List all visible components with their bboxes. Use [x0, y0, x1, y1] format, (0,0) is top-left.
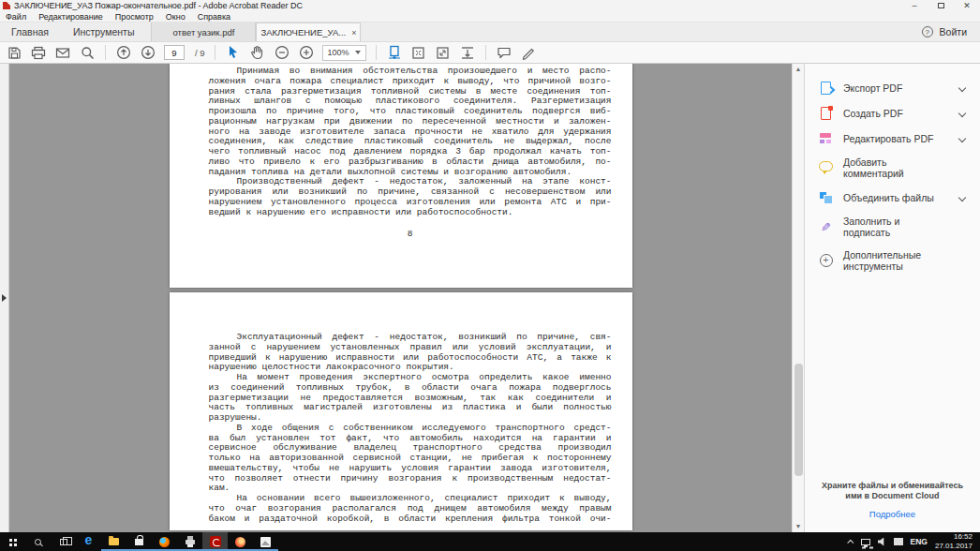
- previous-page-icon[interactable]: [115, 44, 132, 61]
- sidebar-tool-item[interactable]: Объединить файлы: [805, 185, 980, 210]
- document-text-line: что позволяет отнести причину возгорания…: [209, 474, 612, 484]
- network-icon[interactable]: [861, 539, 870, 545]
- system-tray: ENG 16:52 27.01.2017: [849, 532, 980, 551]
- tools-sidebar: Экспорт PDF Создать PDF Редактировать PD…: [804, 64, 980, 532]
- tab-tools[interactable]: Инструменты: [73, 26, 134, 37]
- chevron-down-icon: [958, 193, 966, 201]
- comment-bubble-icon[interactable]: [496, 44, 512, 61]
- navigation-pane-strip[interactable]: [0, 64, 9, 532]
- sidebar-tool-item[interactable]: Создать PDF: [805, 100, 980, 126]
- search-icon[interactable]: [79, 44, 96, 61]
- sidebar-tool-item[interactable]: Заполнить и подписать: [805, 210, 980, 244]
- scrollbar-thumb[interactable]: [794, 364, 803, 476]
- document-text-line: часть топливных магистралей изготовлены …: [209, 403, 612, 413]
- sidebar-tool-label: Объединить файлы: [843, 192, 934, 203]
- document-text-line: ведший к нарушению его исправности или р…: [209, 208, 612, 218]
- tab-home[interactable]: Главная: [11, 26, 49, 37]
- taskbar-app[interactable]: [51, 532, 76, 551]
- cloud-promo-text: Храните файлы и обменивайтесь ими в Docu…: [818, 481, 967, 502]
- sidebar-tool-item[interactable]: Экспорт PDF: [805, 75, 980, 100]
- menu-bar: ФайлРедактированиеПросмотрОкноСправка: [0, 11, 980, 22]
- full-screen-icon[interactable]: [435, 44, 452, 61]
- taskbar-app[interactable]: [76, 532, 101, 551]
- tray-date: 27.01.2017: [935, 542, 973, 550]
- highlight-pencil-icon[interactable]: [520, 44, 537, 61]
- taskbar-app[interactable]: [177, 532, 202, 551]
- document-text-line: рационным нагрузкам при движении по пере…: [209, 117, 612, 127]
- doc-tab-inactive[interactable]: ответ уазик.pdf: [151, 22, 256, 41]
- taskbar-app[interactable]: [101, 532, 126, 551]
- window-title: ЗАКЛЮЧЕНИЕ_УАЗ Пожар-окончательное.pdf -…: [14, 1, 303, 10]
- sign-in-button[interactable]: Войти: [940, 26, 967, 37]
- taskbar-app[interactable]: [126, 532, 152, 551]
- browser-globe-icon: [235, 537, 245, 547]
- menu-item[interactable]: Редактирование: [38, 12, 103, 22]
- sidebar-tool-item[interactable]: Дополнительные инструменты: [805, 244, 980, 277]
- store-icon: [135, 539, 143, 545]
- tab-close-icon[interactable]: ×: [351, 28, 356, 37]
- zoom-in-icon[interactable]: [298, 44, 315, 61]
- volume-icon[interactable]: [878, 538, 886, 546]
- menu-item[interactable]: Справка: [198, 12, 230, 22]
- taskbar-app[interactable]: [253, 532, 278, 551]
- save-icon[interactable]: [6, 44, 22, 61]
- scroll-down-icon[interactable]: ▼: [793, 522, 804, 531]
- toolbar-separator: [105, 45, 106, 60]
- doc-tab-active[interactable]: ЗАКЛЮЧЕНИЕ_УА... ×: [256, 22, 361, 41]
- chevron-down-icon: [958, 83, 966, 91]
- printer-app-icon: [186, 540, 195, 544]
- chevron-down-icon: [355, 51, 361, 54]
- clock[interactable]: 16:52 27.01.2017: [935, 532, 973, 550]
- ime-icon[interactable]: [894, 538, 903, 545]
- maximize-button[interactable]: [928, 0, 954, 11]
- scrolling-mode-icon[interactable]: [386, 44, 403, 61]
- start-button-icon: [9, 539, 12, 542]
- cloud-promo-link[interactable]: Подробнее: [818, 509, 967, 519]
- document-text-line: что очаг возгорания располагался под дни…: [209, 504, 612, 514]
- close-button[interactable]: ✕: [954, 0, 980, 11]
- select-tool-icon[interactable]: [225, 44, 242, 61]
- chevron-up-icon[interactable]: [847, 539, 854, 545]
- document-text-line: ливо что привело к его разбрызгиванию в …: [209, 157, 612, 168]
- taskbar-app[interactable]: [202, 532, 228, 551]
- fit-width-icon[interactable]: [459, 44, 476, 61]
- taskbar-app[interactable]: [25, 532, 51, 551]
- print-icon[interactable]: [30, 44, 47, 61]
- sidebar-tool-item[interactable]: Редактировать PDF: [805, 126, 980, 151]
- edit-pdf-icon: [819, 131, 833, 145]
- chevron-down-icon: [958, 109, 966, 116]
- nav-tabs: Главная Инструменты: [0, 22, 151, 41]
- more-tools-icon: [819, 254, 833, 268]
- fill-sign-icon: [819, 220, 833, 234]
- taskbar-app[interactable]: [0, 532, 25, 551]
- zoom-out-icon[interactable]: [274, 44, 290, 61]
- vertical-scrollbar[interactable]: ▲ ▼: [792, 64, 804, 532]
- minimize-button[interactable]: –: [901, 0, 928, 11]
- taskbar-app[interactable]: [152, 532, 177, 551]
- help-icon[interactable]: ?: [922, 26, 933, 37]
- file-explorer-icon: [109, 538, 119, 545]
- taskbar-app[interactable]: [228, 532, 253, 551]
- page-number-input[interactable]: 9: [164, 45, 185, 60]
- language-indicator[interactable]: ENG: [911, 537, 928, 546]
- toolbar-separator: [485, 45, 486, 60]
- scroll-up-icon[interactable]: ▲: [793, 65, 804, 74]
- doc-tab-label: ответ уазик.pdf: [173, 27, 235, 37]
- pdf-page-8: Принимая во внимания обстоятельства прои…: [170, 64, 632, 288]
- export-pdf-icon: [819, 81, 833, 95]
- expand-panel-icon: [2, 294, 7, 302]
- task-view-icon: [60, 539, 67, 545]
- next-page-icon[interactable]: [140, 44, 156, 61]
- document-text-line: баком и раздаточной коробкой, в области …: [209, 514, 612, 525]
- document-text-line: вмешательству, чтобы не нарушить условия…: [209, 464, 612, 474]
- menu-item[interactable]: Просмотр: [115, 12, 154, 22]
- fit-page-icon[interactable]: [410, 44, 427, 61]
- sidebar-tool-item[interactable]: Добавить комментарий: [805, 151, 980, 185]
- hand-tool-icon[interactable]: [249, 44, 266, 61]
- email-icon[interactable]: [54, 44, 71, 61]
- zoom-level-dropdown[interactable]: 100%: [322, 45, 366, 61]
- menu-item[interactable]: Файл: [6, 12, 26, 22]
- tray-time: 16:52: [954, 532, 973, 541]
- menu-item[interactable]: Окно: [166, 12, 186, 22]
- page-number-label: 8: [209, 230, 612, 240]
